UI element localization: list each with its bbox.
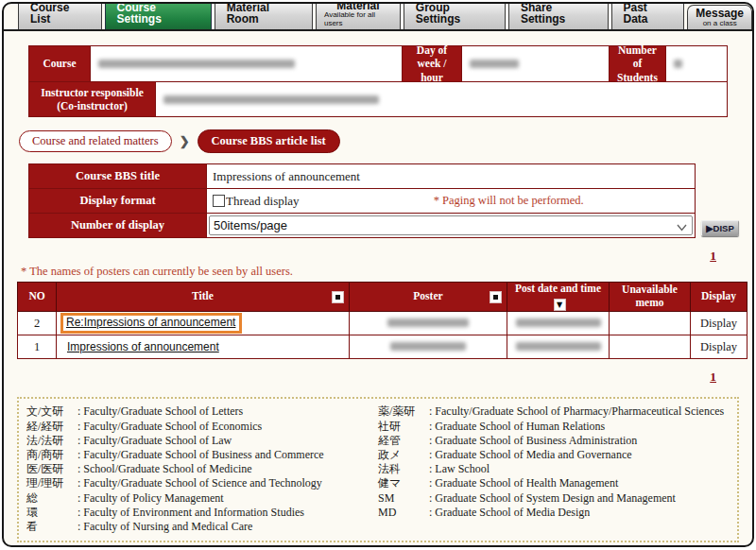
course-bbs-article-list-button[interactable]: Course BBS article list: [198, 129, 340, 153]
sort-date-desc-icon[interactable]: ▼: [554, 299, 566, 311]
day-of-week-value-cell: [461, 46, 609, 81]
number-of-students-label: Number of Students: [609, 46, 665, 81]
redacted-students-value: [674, 60, 682, 68]
tab-share-settings[interactable]: Share Settings: [508, 2, 609, 29]
legend-item: 法科: Law School: [378, 462, 730, 476]
tab-sublabel: on a class: [703, 20, 737, 27]
posters-visibility-note: * The names of posters can currently be …: [21, 265, 739, 279]
col-header-no: NO: [18, 283, 57, 312]
tab-material-room[interactable]: Material Room: [215, 2, 313, 29]
legend-item: 総: Faculty of Policy Management: [26, 491, 378, 506]
tab-past-data[interactable]: Past Data: [611, 2, 685, 29]
row-title-cell: Impressions of announcement: [57, 335, 350, 359]
page-number-link[interactable]: 1: [710, 249, 716, 263]
legend-item: SM: Graduate School of System Design and…: [378, 491, 730, 506]
number-of-students-value-cell: [665, 46, 727, 81]
chevron-right-icon: ❯: [180, 134, 190, 148]
pagination-top: 1: [17, 247, 739, 264]
row-date-cell: [507, 312, 610, 335]
play-icon: ▶: [706, 223, 713, 233]
redacted-poster: [387, 318, 469, 327]
tab-label: Course Settings: [117, 2, 199, 26]
pagination-bottom: 1: [17, 368, 739, 385]
bbs-settings-table: Course BBS title Impressions of announce…: [28, 163, 696, 238]
legend-item: 環: Faculty of Environment and Informatio…: [26, 506, 378, 520]
items-per-page-select[interactable]: 50items/page: [209, 215, 693, 235]
tab-material[interactable]: Material Available for all users: [316, 2, 401, 29]
bbs-title-value: Impressions of announcement: [206, 164, 695, 188]
faculty-legend: 文/文研: Faculty/Graduate School of Letters…: [17, 397, 739, 542]
tab-label: Message: [696, 8, 744, 20]
breadcrumb: Course and related matters ❯ Course BBS …: [19, 129, 739, 153]
thread-display-checkbox[interactable]: [213, 195, 225, 207]
article-table-header-row: NO Title Poster Post date and time▼ Unav…: [18, 283, 747, 312]
sort-poster-icon[interactable]: [490, 291, 502, 303]
col-header-post-date-label: Post date and time: [515, 283, 601, 294]
tab-label: Group Settings: [416, 2, 493, 26]
course-info-table: Course Day of week / hour Number of Stud…: [28, 45, 728, 117]
row-poster-cell: [350, 335, 507, 359]
row-no: 2: [18, 312, 57, 335]
tab-course-settings[interactable]: Course Settings: [105, 2, 212, 29]
instructor-label: Instructor responsible (Co-instructor): [29, 82, 155, 116]
number-of-display-cell: 50items/page: [206, 214, 695, 237]
tab-sublabel: Available for all users: [324, 11, 392, 27]
sort-title-icon[interactable]: [332, 291, 344, 303]
app-window: Course List Course Settings Material Roo…: [2, 2, 754, 547]
legend-item: 商/商研: Faculty/Graduate School of Busines…: [26, 448, 378, 462]
instructor-value-cell: [155, 82, 727, 116]
legend-item: 健マ: Graduate School of Health Management: [378, 476, 730, 490]
disp-button-label: DISP: [713, 223, 734, 233]
legend-item: 文/文研: Faculty/Graduate School of Letters: [26, 404, 378, 419]
tab-label: Past Data: [624, 2, 673, 26]
col-header-poster-label: Poster: [413, 290, 442, 301]
article-title-link[interactable]: Re:Impressions of announcement: [66, 316, 235, 329]
col-header-display: Display: [691, 283, 747, 312]
legend-left-column: 文/文研: Faculty/Graduate School of Letters…: [26, 404, 378, 534]
highlight-box: Re:Impressions of announcement: [60, 313, 242, 334]
page-number-link[interactable]: 1: [710, 370, 716, 384]
day-of-week-label: Day of week / hour: [402, 46, 461, 81]
redacted-day-value: [470, 60, 519, 68]
row-memo-cell: [610, 312, 691, 335]
course-related-matters-button[interactable]: Course and related matters: [19, 130, 172, 152]
table-row: 2 Re:Impressions of announcement Display: [18, 312, 747, 335]
col-header-title-label: Title: [192, 290, 214, 301]
course-value-cell: [90, 46, 402, 81]
redacted-date: [516, 318, 601, 327]
row-display-cell: Display: [691, 312, 747, 335]
col-header-title: Title: [57, 283, 350, 312]
tab-label: Material Room: [227, 2, 301, 26]
tab-message[interactable]: Message on a class: [687, 5, 752, 29]
legend-item: 政メ: Graduate School of Media and Governa…: [378, 448, 730, 462]
article-title-link[interactable]: Impressions of announcement: [67, 340, 219, 353]
legend-item: 看: Faculty of Nursing and Medical Care: [26, 520, 378, 534]
legend-item: 薬/薬研: Faculty/Graduate School of Pharmac…: [378, 404, 730, 419]
course-label: Course: [29, 46, 90, 81]
legend-item: 法/法研: Faculty/Graduate School of Law: [26, 434, 378, 448]
col-header-poster: Poster: [350, 283, 507, 312]
tab-group-settings[interactable]: Group Settings: [404, 2, 506, 29]
tab-label: Share Settings: [521, 2, 596, 26]
bbs-settings-section: Course BBS title Impressions of announce…: [28, 163, 739, 238]
thread-display-label: Thread display: [226, 194, 300, 209]
tab-label: Course List: [30, 2, 90, 26]
row-no: 1: [18, 335, 57, 359]
tab-course-list[interactable]: Course List: [18, 2, 102, 29]
redacted-course-name: [98, 60, 295, 68]
paging-note: * Paging will not be performed.: [434, 194, 584, 208]
main-content: Course Day of week / hour Number of Stud…: [4, 31, 752, 547]
redacted-date: [516, 342, 601, 351]
display-format-label: Display format: [29, 189, 206, 213]
redacted-poster: [390, 342, 466, 351]
legend-right-column: 薬/薬研: Faculty/Graduate School of Pharmac…: [378, 404, 730, 534]
disp-button[interactable]: ▶DISP: [701, 220, 739, 236]
row-poster-cell: [350, 312, 507, 335]
col-header-post-date: Post date and time▼: [507, 283, 610, 312]
row-display-cell: Display: [691, 335, 747, 359]
col-header-unavailable-memo: Unavailable memo: [610, 283, 691, 312]
row-title-cell: Re:Impressions of announcement: [57, 312, 350, 335]
legend-item: 社研: Graduate School of Human Relations: [378, 420, 730, 434]
legend-item: 医/医研: School/Graduate School of Medicine: [26, 462, 378, 476]
tab-bar: Course List Course Settings Material Roo…: [4, 4, 752, 31]
